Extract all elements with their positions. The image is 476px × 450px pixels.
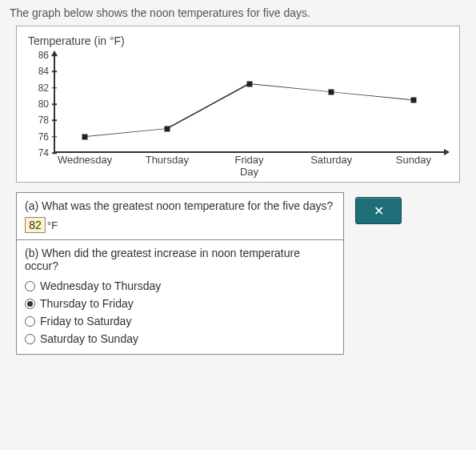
question-a-text: (a) What was the greatest noon temperatu… xyxy=(25,199,335,212)
radio-icon xyxy=(25,334,35,344)
x-tick-label: Friday xyxy=(234,155,263,166)
x-tick-label: Saturday xyxy=(310,155,352,166)
radio-option[interactable]: Friday to Saturday xyxy=(25,312,335,330)
radio-icon xyxy=(25,281,35,291)
question-table: (a) What was the greatest noon temperatu… xyxy=(16,192,344,355)
data-point xyxy=(410,97,416,102)
radio-icon xyxy=(25,316,35,327)
data-point xyxy=(164,126,170,131)
x-tick-label: Wednesday xyxy=(58,155,112,166)
radio-option[interactable]: Thursday to Friday xyxy=(25,295,335,312)
radio-option[interactable]: Saturday to Sunday xyxy=(25,330,335,348)
chart-lines xyxy=(54,55,445,153)
radio-label: Thursday to Friday xyxy=(40,297,134,310)
y-tick-label: 82 xyxy=(34,82,54,94)
y-axis-ticks: 74767880828486 xyxy=(36,55,54,153)
close-button[interactable]: ✕ xyxy=(355,197,402,224)
x-tick-label: Thursday xyxy=(146,155,189,166)
y-tick-label: 80 xyxy=(34,98,54,110)
x-tick-label: Sunday xyxy=(396,155,431,166)
chart-area: 74767880828486 Day WednesdayThursdayFrid… xyxy=(36,49,448,177)
y-tick-label: 78 xyxy=(34,115,54,126)
radio-label: Saturday to Sunday xyxy=(40,332,138,345)
prompt-text: The graph below shows the noon temperatu… xyxy=(10,6,466,19)
question-b-text: (b) When did the greatest increase in no… xyxy=(25,247,335,272)
data-point xyxy=(246,81,252,86)
x-axis-title: Day xyxy=(240,166,258,178)
answer-a-input[interactable]: 82 xyxy=(25,217,46,233)
y-tick-label: 76 xyxy=(34,131,54,143)
question-b: (b) When did the greatest increase in no… xyxy=(17,240,343,354)
answer-a-unit: °F xyxy=(47,219,58,231)
chart-title: Temperature (in °F) xyxy=(28,34,448,47)
y-tick-label: 74 xyxy=(34,147,54,159)
close-icon: ✕ xyxy=(374,203,384,219)
radio-option[interactable]: Wednesday to Thursday xyxy=(25,277,335,295)
plot-area xyxy=(54,55,445,153)
y-tick-label: 84 xyxy=(34,66,54,77)
x-axis-labels: Day WednesdayThursdayFridaySaturdaySunda… xyxy=(54,155,445,177)
radio-label: Friday to Saturday xyxy=(40,315,131,327)
data-point xyxy=(329,89,334,94)
question-a: (a) What was the greatest noon temperatu… xyxy=(17,193,343,240)
radio-icon xyxy=(25,299,35,309)
radio-label: Wednesday to Thursday xyxy=(40,279,161,292)
data-point xyxy=(82,134,88,139)
chart-container: Temperature (in °F) 74767880828486 Day W… xyxy=(16,26,460,183)
